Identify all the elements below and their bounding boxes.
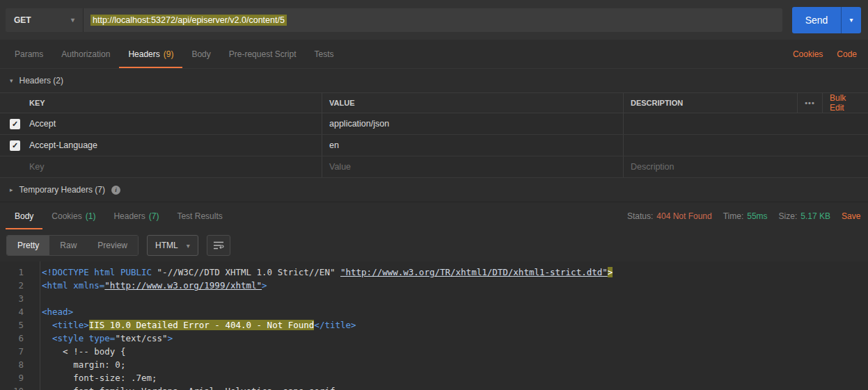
response-tab-headers[interactable]: Headers (7) [104,202,168,229]
bulk-edit-link[interactable]: Bulk Edit [822,93,868,113]
status-label: Status: [627,211,653,221]
code-line: 1<!DOCTYPE html PUBLIC "-//W3C//DTD XHTM… [0,266,868,279]
tab-label: Test Results [177,211,222,221]
preview-button[interactable]: Preview [87,236,138,255]
response-tab-cookies[interactable]: Cookies (1) [42,202,104,229]
tab-label: Pre-request Script [229,49,297,59]
row-checkbox-cell [0,156,28,177]
tab-headers[interactable]: Headers (9) [119,40,182,68]
column-header-value: VALUE [322,93,623,113]
code-line: 8 margin: 0; [0,358,868,371]
header-key-field[interactable]: Accept [28,113,322,134]
code-line-content: margin: 0; [32,358,125,371]
header-description-field[interactable] [623,135,868,156]
send-button[interactable]: Send [792,7,841,33]
line-number: 9 [0,371,32,384]
code-line: 7 < !-- body { [0,345,868,358]
url-input[interactable]: http://localhost:53272/api/episerver/v2.… [84,8,782,32]
headers-section-title: Headers (2) [19,76,63,86]
chevron-expanded-icon: ▾ [10,77,13,84]
table-row: ✓ Accept-Language en [0,135,868,156]
response-tab-test-results[interactable]: Test Results [168,202,231,229]
code-line-content: <!DOCTYPE html PUBLIC "-//W3C//DTD XHTML… [32,266,613,279]
tab-label: Params [15,49,43,59]
tab-label: Headers [128,49,159,59]
chevron-down-icon: ▾ [71,16,74,24]
code-line: 4<head> [0,305,868,318]
line-number: 8 [0,358,32,371]
new-key-input[interactable]: Key [28,156,322,177]
more-options-icon[interactable]: ••• [797,93,822,113]
request-bar: GET ▾ http://localhost:53272/api/episerv… [0,0,868,40]
url-text-highlighted: http://localhost:53272/api/episerver/v2.… [90,15,287,26]
checkbox-checked[interactable]: ✓ [10,140,20,151]
request-tabs: Params Authorization Headers (9) Body Pr… [0,40,868,69]
size-value: 5.17 KB [800,211,830,221]
tab-label: Authorization [61,49,110,59]
line-number: 3 [0,292,32,305]
table-row-placeholder: Key Value Description [0,156,868,178]
time-value: 55ms [747,211,767,221]
tab-body[interactable]: Body [182,40,219,68]
code-line-content: <style type="text/css"> [32,332,173,345]
line-number: 4 [0,305,32,318]
response-meta: Status: 404 Not Found Time: 55ms Size: 5… [627,202,862,229]
tab-prerequest-script[interactable]: Pre-request Script [220,40,306,68]
headers-section-toggle[interactable]: ▾ Headers (2) [0,69,868,92]
code-line: 9 font-size: .7em; [0,371,868,384]
code-line: 5 <title>IIS 10.0 Detailed Error - 404.0… [0,318,868,332]
pretty-button[interactable]: Pretty [7,236,49,255]
line-number: 10 [0,384,32,390]
tab-count: (9) [164,49,174,59]
format-dropdown[interactable]: HTML ▾ [147,235,198,256]
response-tabs: Body Cookies (1) Headers (7) Test Result… [0,202,868,229]
row-checkbox-cell: ✓ [0,135,28,156]
chevron-collapsed-icon: ▸ [10,186,13,193]
time-label: Time: [723,211,744,221]
save-response-button[interactable]: Save [842,211,862,221]
temporary-headers-toggle[interactable]: ▸ Temporary Headers (7) i [0,178,868,202]
tab-params[interactable]: Params [6,40,52,68]
header-value-field[interactable]: application/json [322,113,623,134]
header-checkbox-spacer [0,93,28,113]
code-line: 6 <style type="text/css"> [0,332,868,345]
headers-table-header: KEY VALUE DESCRIPTION ••• Bulk Edit [0,92,868,113]
method-dropdown[interactable]: GET ▾ [6,8,84,32]
new-description-input[interactable]: Description [623,156,868,177]
code-link[interactable]: Code [837,49,857,59]
wrap-lines-button[interactable] [207,235,230,256]
code-line: 3 [0,292,868,305]
tab-label: Tests [314,49,333,59]
size-label: Size: [779,211,798,221]
status-badge: Status: 404 Not Found [627,211,712,221]
method-label: GET [14,15,31,25]
code-line-content: <head> [32,305,73,318]
raw-button[interactable]: Raw [49,236,87,255]
code-line-content: font-size: .7em; [32,371,157,384]
code-line-content: < !-- body { [32,345,125,358]
code-line-content [32,292,42,305]
response-toolbar: Pretty Raw Preview HTML ▾ [0,229,868,261]
row-checkbox-cell: ✓ [0,113,28,134]
view-mode-group: Pretty Raw Preview [6,235,139,256]
size-badge: Size: 5.17 KB [779,211,830,221]
tab-tests[interactable]: Tests [305,40,342,68]
format-label: HTML [155,241,178,250]
code-line-content: <html xmlns="http://www.w3.org/1999/xhtm… [32,279,267,292]
postman-window: GET ▾ http://localhost:53272/api/episerv… [0,0,868,390]
header-description-field[interactable] [623,113,868,134]
column-header-key: KEY [28,93,322,113]
header-value-field[interactable]: en [322,135,623,156]
tab-count: (1) [86,211,96,221]
response-tab-body[interactable]: Body [6,202,42,229]
send-group: Send ▾ [792,7,861,33]
send-options-button[interactable]: ▾ [841,7,861,33]
header-key-field[interactable]: Accept-Language [28,135,322,156]
new-value-input[interactable]: Value [322,156,623,177]
line-number: 5 [0,318,32,332]
cookies-link[interactable]: Cookies [793,49,823,59]
checkbox-checked[interactable]: ✓ [10,119,20,129]
tab-authorization[interactable]: Authorization [52,40,119,68]
response-body-code[interactable]: 1<!DOCTYPE html PUBLIC "-//W3C//DTD XHTM… [0,261,868,390]
info-icon[interactable]: i [111,186,120,195]
